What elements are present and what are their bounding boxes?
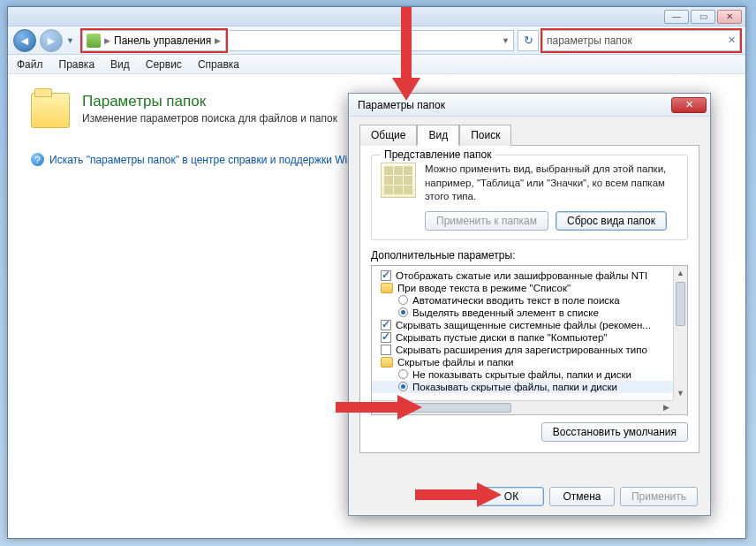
reset-folders-button[interactable]: Сброс вида папок <box>556 211 667 231</box>
search-input[interactable]: параметры папок ✕ <box>542 30 740 51</box>
minimize-button[interactable]: — <box>664 10 689 24</box>
folder-options-dialog: Параметры папок ✕ Общие Вид Поиск Предст… <box>348 93 711 516</box>
tree-item[interactable]: Выделять введенный элемент в списке <box>372 307 687 319</box>
menu-bar: Файл Правка Вид Сервис Справка <box>8 55 745 74</box>
forward-button[interactable]: ► <box>40 29 63 52</box>
dialog-titlebar: Параметры папок ✕ <box>349 94 710 117</box>
tree-item[interactable]: Отображать сжатые или зашифрованные файл… <box>372 269 687 282</box>
address-dropdown-icon[interactable]: ▼ <box>502 36 510 45</box>
scroll-corner <box>673 400 687 414</box>
radio-icon[interactable] <box>398 295 408 305</box>
checkbox-icon[interactable] <box>381 332 391 343</box>
tab-panel-view: Представление папок Можно применить вид,… <box>359 145 699 453</box>
close-button[interactable]: ✕ <box>717 10 742 24</box>
tab-view[interactable]: Вид <box>417 125 459 146</box>
back-button[interactable]: ◄ <box>13 29 36 52</box>
menu-help[interactable]: Справка <box>198 58 239 71</box>
refresh-button[interactable]: ↻ <box>518 30 539 51</box>
restore-defaults-button[interactable]: Восстановить умолчания <box>541 422 688 442</box>
radio-icon[interactable] <box>398 382 408 391</box>
menu-view[interactable]: Вид <box>110 58 130 71</box>
cancel-button[interactable]: Отмена <box>549 487 615 506</box>
scroll-down-icon[interactable]: ▼ <box>674 386 687 400</box>
tree-item[interactable]: Не показывать скрытые файлы, папки и дис… <box>372 368 687 381</box>
apply-button[interactable]: Применить <box>620 487 698 506</box>
scroll-right-icon[interactable]: ▶ <box>659 401 673 414</box>
presentation-text: Можно применить вид, выбранный для этой … <box>425 163 678 204</box>
dialog-title: Параметры папок <box>358 99 445 111</box>
advanced-label: Дополнительные параметры: <box>371 249 688 262</box>
scroll-thumb[interactable] <box>388 403 511 413</box>
menu-edit[interactable]: Правка <box>59 58 95 71</box>
tree-item[interactable]: Скрытые файлы и папки <box>372 356 687 368</box>
tree-item[interactable]: Скрывать расширения для зарегистрированн… <box>372 344 687 356</box>
menu-file[interactable]: Файл <box>17 58 43 71</box>
scrollbar-horizontal[interactable]: ◀ ▶ <box>372 400 673 414</box>
advanced-settings-tree[interactable]: Отображать сжатые или зашифрованные файл… <box>371 265 688 415</box>
breadcrumb-sep-icon: ▶ <box>104 36 110 45</box>
checkbox-icon[interactable] <box>381 270 391 281</box>
dialog-close-button[interactable]: ✕ <box>671 97 707 113</box>
window-titlebar: — ▭ ✕ <box>8 7 745 27</box>
control-panel-icon <box>87 34 101 48</box>
breadcrumb-sep-icon: ▶ <box>215 36 221 45</box>
breadcrumb[interactable]: ▶ Панель управления ▶ <box>82 30 226 51</box>
scroll-up-icon[interactable]: ▲ <box>674 266 687 280</box>
address-bar[interactable]: ▼ <box>230 30 514 51</box>
maximize-button[interactable]: ▭ <box>691 10 715 24</box>
folder-icon <box>381 283 393 293</box>
nav-bar: ◄ ► ▼ ▶ Панель управления ▶ ▼ ↻ параметр… <box>8 27 745 55</box>
scroll-thumb[interactable] <box>676 282 685 326</box>
folder-views-icon <box>381 163 416 198</box>
radio-icon[interactable] <box>398 369 408 379</box>
help-link-text: Искать "параметры папок" в центре справк… <box>49 154 353 166</box>
folder-presentation-group: Представление папок Можно применить вид,… <box>371 155 688 240</box>
search-clear-icon[interactable]: ✕ <box>728 34 736 46</box>
tree-item[interactable]: Автоматически вводить текст в поле поиск… <box>372 294 687 307</box>
checkbox-icon[interactable] <box>381 345 391 355</box>
group-title: Представление папок <box>381 148 495 161</box>
dialog-tabs: Общие Вид Поиск <box>359 124 699 145</box>
scroll-left-icon[interactable]: ◀ <box>372 401 386 414</box>
folder-options-icon <box>31 93 70 128</box>
apply-to-folders-button[interactable]: Применить к папкам <box>425 211 548 231</box>
help-icon: ? <box>31 153 44 166</box>
tab-search[interactable]: Поиск <box>459 125 511 146</box>
tree-item[interactable]: Скрывать защищенные системные файлы (рек… <box>372 319 687 331</box>
folder-icon <box>381 357 393 368</box>
breadcrumb-text: Панель управления <box>114 34 211 47</box>
ok-button[interactable]: ОК <box>479 487 544 506</box>
checkbox-icon[interactable] <box>381 320 391 330</box>
dialog-footer: ОК Отмена Применить <box>349 478 710 515</box>
tab-general[interactable]: Общие <box>359 125 417 146</box>
page-title: Параметры папок <box>82 93 337 110</box>
radio-icon[interactable] <box>398 307 408 317</box>
search-value: параметры папок <box>547 34 632 47</box>
scrollbar-vertical[interactable]: ▲ ▼ <box>673 266 687 400</box>
tree-item-show-hidden[interactable]: Показывать скрытые файлы, папки и диски <box>372 381 687 393</box>
nav-history-dropdown[interactable]: ▼ <box>66 36 79 45</box>
tree-item[interactable]: Скрывать пустые диски в папке "Компьютер… <box>372 331 687 344</box>
tree-item[interactable]: При вводе текста в режиме "Список" <box>372 282 687 294</box>
page-subtitle: Изменение параметров поиска для файлов и… <box>82 112 337 125</box>
menu-service[interactable]: Сервис <box>146 58 182 71</box>
